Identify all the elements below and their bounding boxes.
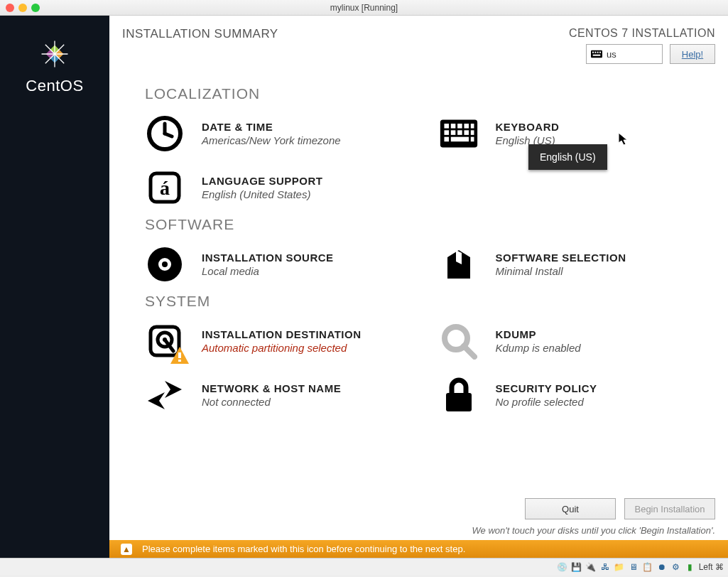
warning-icon: ▲ <box>121 544 132 555</box>
spoke-status: Not connected <box>202 396 341 408</box>
svg-rect-18 <box>444 124 449 129</box>
tray-status-icon[interactable]: ▮ <box>685 561 696 573</box>
language-icon: á <box>145 168 185 207</box>
svg-rect-19 <box>450 124 455 129</box>
installer-title: CENTOS 7 INSTALLATION <box>569 27 715 40</box>
svg-rect-11 <box>597 52 599 53</box>
spoke-datetime[interactable]: DATE & TIME Americas/New York timezone <box>145 114 422 153</box>
tray-network-icon[interactable]: 🖧 <box>599 561 611 573</box>
spoke-kdump[interactable]: KDUMP Kdump is enabled <box>439 321 716 361</box>
svg-rect-28 <box>444 137 449 142</box>
spoke-status: English (United States) <box>202 188 323 200</box>
spoke-title: SOFTWARE SELECTION <box>496 252 626 264</box>
tray-display-icon[interactable]: 🖥 <box>628 561 639 573</box>
tray-rec-icon[interactable]: ⏺ <box>656 561 668 573</box>
window-maximize-button[interactable] <box>31 4 40 12</box>
main-panel: INSTALLATION SUMMARY CENTOS 7 INSTALLATI… <box>109 16 728 558</box>
section-system: SYSTEM <box>145 293 715 310</box>
window-minimize-button[interactable] <box>18 4 27 12</box>
svg-rect-10 <box>594 52 596 53</box>
svg-line-16 <box>165 134 172 136</box>
svg-rect-22 <box>470 124 474 129</box>
window-title: mylinux [Running] <box>330 3 398 13</box>
spoke-title: INSTALLATION DESTINATION <box>202 328 361 340</box>
svg-rect-44 <box>446 393 472 411</box>
spoke-network[interactable]: NETWORK & HOST NAME Not connected <box>145 375 422 415</box>
spoke-title: LANGUAGE SUPPORT <box>202 175 323 187</box>
svg-line-43 <box>464 346 474 357</box>
spoke-status: Automatic partitioning selected <box>202 342 361 354</box>
warning-text: Please complete items marked with this i… <box>142 544 465 554</box>
svg-rect-12 <box>599 52 601 53</box>
clock-icon <box>145 114 185 153</box>
svg-rect-27 <box>470 130 474 135</box>
page-title: INSTALLATION SUMMARY <box>122 27 278 41</box>
section-localization: LOCALIZATION <box>145 85 715 102</box>
tray-disk-icon[interactable]: 💾 <box>571 561 582 573</box>
spoke-software-selection[interactable]: SOFTWARE SELECTION Minimal Install <box>439 244 716 284</box>
keyboard-layout-indicator[interactable]: us <box>586 44 663 64</box>
keyboard-large-icon <box>439 114 479 153</box>
tray-clip-icon[interactable]: 📋 <box>642 561 653 573</box>
warning-triangle-icon <box>170 347 189 364</box>
tray-host-key: Left ⌘ <box>699 562 724 572</box>
tray-cd-icon[interactable]: 💿 <box>557 561 568 573</box>
svg-rect-30 <box>470 137 474 142</box>
sidebar: CentOS <box>0 16 109 558</box>
spoke-title: DATE & TIME <box>202 121 341 133</box>
spoke-title: KEYBOARD <box>496 121 560 133</box>
vm-status-tray: 💿 💾 🔌 🖧 📁 🖥 📋 ⏺ ⚙ ▮ Left ⌘ <box>0 558 728 575</box>
spoke-title: KDUMP <box>496 328 581 340</box>
svg-rect-8 <box>591 50 602 58</box>
svg-point-35 <box>162 261 168 267</box>
keyboard-layout-label: us <box>607 49 616 60</box>
svg-rect-25 <box>457 130 462 135</box>
svg-rect-20 <box>457 124 462 129</box>
titlebar: mylinux [Running] <box>0 0 728 16</box>
svg-rect-13 <box>593 55 601 56</box>
svg-rect-24 <box>450 130 455 135</box>
svg-rect-40 <box>178 352 181 358</box>
lock-icon <box>439 375 479 415</box>
spoke-status: Minimal Install <box>496 265 626 277</box>
window-close-button[interactable] <box>6 4 14 12</box>
svg-rect-26 <box>464 130 469 135</box>
disc-icon <box>145 244 185 284</box>
svg-rect-23 <box>444 130 449 135</box>
spoke-status: Kdump is enabled <box>496 342 581 354</box>
svg-rect-21 <box>464 124 469 129</box>
spoke-status: Americas/New York timezone <box>202 134 341 146</box>
section-software: SOFTWARE <box>145 216 715 233</box>
harddrive-icon <box>145 321 185 361</box>
tray-shared-icon[interactable]: 📁 <box>614 561 625 573</box>
svg-rect-41 <box>178 360 181 362</box>
spoke-status: No profile selected <box>496 396 597 408</box>
brand-text: CentOS <box>26 77 83 95</box>
svg-rect-29 <box>450 137 468 142</box>
svg-text:á: á <box>160 177 170 199</box>
begin-installation-button[interactable]: Begin Installation <box>624 498 715 519</box>
spoke-title: NETWORK & HOST NAME <box>202 382 341 394</box>
spoke-installation-destination[interactable]: INSTALLATION DESTINATION Automatic parti… <box>145 321 422 361</box>
spoke-status: Local media <box>202 265 334 277</box>
kdump-icon <box>439 321 479 361</box>
quit-button[interactable]: Quit <box>525 498 616 519</box>
svg-rect-9 <box>592 52 594 53</box>
spoke-title: INSTALLATION SOURCE <box>202 252 334 264</box>
spoke-installation-source[interactable]: INSTALLATION SOURCE Local media <box>145 244 422 284</box>
spoke-title: SECURITY POLICY <box>496 382 597 394</box>
centos-logo-icon <box>39 38 70 70</box>
keyboard-icon <box>591 50 602 58</box>
tray-usb-icon[interactable]: 🔌 <box>585 561 597 573</box>
spoke-security-policy[interactable]: SECURITY POLICY No profile selected <box>439 375 716 415</box>
spoke-language[interactable]: á LANGUAGE SUPPORT English (United State… <box>145 168 422 207</box>
tray-settings-icon[interactable]: ⚙ <box>670 561 682 573</box>
tooltip: English (US) <box>528 144 607 170</box>
footer-note: We won't touch your disks until you clic… <box>122 525 715 536</box>
warning-bar[interactable]: ▲ Please complete items marked with this… <box>109 540 728 558</box>
help-button[interactable]: Help! <box>670 44 715 64</box>
network-icon <box>145 375 185 415</box>
package-icon <box>439 244 479 284</box>
